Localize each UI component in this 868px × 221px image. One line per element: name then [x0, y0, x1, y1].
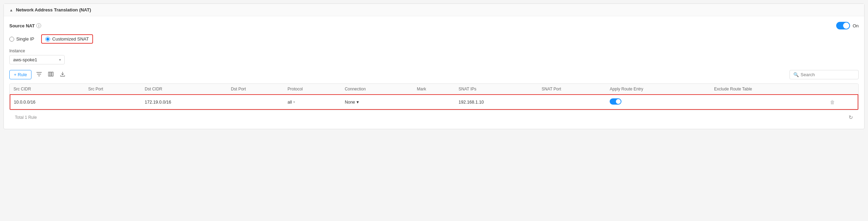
radio-group: Single IP Customized SNAT — [9, 34, 859, 44]
svg-rect-0 — [48, 72, 50, 76]
radio-customized-snat-input[interactable] — [45, 37, 50, 42]
cell-src-cidr: 10.0.0.0/16 — [10, 95, 85, 109]
source-nat-label: Source NAT i — [9, 23, 41, 28]
toolbar: + Rule — [9, 70, 859, 79]
instance-dropdown[interactable]: aws-spoke1 ▾ — [9, 55, 65, 64]
rules-table-wrapper: Src CIDR Src Port Dst CIDR Dst Port Prot… — [9, 83, 859, 110]
table-row: 10.0.0.0/16 172.19.0.0/16 all ▾ — [10, 95, 858, 109]
col-exclude-route-table: Exclude Route Table — [711, 84, 827, 95]
total-rules-label: Total 1 Rule — [15, 115, 37, 120]
connection-caret: ▾ — [357, 99, 359, 105]
search-box[interactable]: 🔍 — [789, 70, 859, 79]
delete-row-icon[interactable]: 🗑 — [830, 99, 835, 105]
col-src-cidr: Src CIDR — [10, 84, 85, 95]
toolbar-left: + Rule — [9, 70, 67, 79]
nat-panel: ▲ Network Address Translation (NAT) Sour… — [3, 3, 865, 129]
col-src-port: Src Port — [85, 84, 141, 95]
cell-delete: 🗑 — [827, 95, 858, 109]
cell-src-port — [85, 95, 141, 109]
rules-table: Src CIDR Src Port Dst CIDR Dst Port Prot… — [10, 84, 858, 110]
source-nat-toggle[interactable] — [836, 22, 850, 29]
col-snat-port: SNAT Port — [538, 84, 606, 95]
radio-single-ip-input[interactable] — [9, 37, 14, 42]
cell-exclude-route-table — [711, 95, 827, 109]
add-rule-button[interactable]: + Rule — [9, 70, 31, 79]
col-dst-port: Dst Port — [228, 84, 284, 95]
instance-value: aws-spoke1 — [13, 57, 37, 62]
col-snat-ips: SNAT IPs — [455, 84, 538, 95]
panel-title: Network Address Translation (NAT) — [16, 7, 91, 12]
radio-single-ip-label: Single IP — [16, 36, 34, 42]
instance-dropdown-chevron: ▾ — [59, 58, 61, 62]
protocol-select[interactable]: all ▾ — [287, 100, 338, 105]
col-protocol: Protocol — [284, 84, 341, 95]
connection-select[interactable]: None ▾ — [345, 99, 410, 105]
panel-header: ▲ Network Address Translation (NAT) — [4, 4, 864, 16]
footer-row: Total 1 Rule ↻ — [9, 110, 859, 123]
search-icon: 🔍 — [793, 72, 799, 77]
instance-label: Instance — [9, 48, 859, 53]
cell-dst-port — [228, 95, 284, 109]
source-nat-row: Source NAT i On — [9, 22, 859, 29]
radio-customized-snat-label: Customized SNAT — [52, 36, 89, 42]
table-header-row: Src CIDR Src Port Dst CIDR Dst Port Prot… — [10, 84, 858, 95]
cell-protocol: all ▾ — [284, 95, 341, 109]
refresh-icon[interactable]: ↻ — [849, 114, 853, 121]
instance-section: Instance aws-spoke1 ▾ — [9, 48, 859, 64]
protocol-value: all — [287, 100, 292, 105]
toggle-on-label: On — [853, 23, 859, 28]
radio-single-ip[interactable]: Single IP — [9, 36, 34, 42]
toggle-container: On — [836, 22, 859, 29]
col-mark: Mark — [413, 84, 455, 95]
filter-icon[interactable] — [35, 70, 43, 79]
col-apply-route-entry: Apply Route Entry — [606, 84, 711, 95]
download-icon[interactable] — [58, 70, 67, 79]
cell-connection: None ▾ — [341, 95, 414, 109]
columns-icon[interactable] — [47, 70, 55, 79]
connection-value: None — [345, 100, 355, 105]
svg-rect-1 — [50, 72, 52, 76]
protocol-caret: ▾ — [293, 100, 295, 104]
svg-rect-2 — [52, 72, 53, 76]
cell-snat-port — [538, 95, 606, 109]
cell-snat-ips: 192.168.1.10 — [455, 95, 538, 109]
source-nat-text: Source NAT — [9, 23, 35, 28]
col-dst-cidr: Dst CIDR — [141, 84, 228, 95]
col-connection: Connection — [341, 84, 414, 95]
search-input[interactable] — [801, 72, 855, 77]
cell-apply-route-entry — [606, 95, 711, 109]
cell-dst-cidr: 172.19.0.0/16 — [141, 95, 228, 109]
radio-customized-snat[interactable]: Customized SNAT — [41, 34, 93, 44]
collapse-icon[interactable]: ▲ — [9, 8, 13, 12]
apply-route-entry-toggle[interactable] — [610, 98, 621, 105]
cell-mark — [413, 95, 455, 109]
source-nat-info-icon[interactable]: i — [36, 23, 41, 28]
panel-body: Source NAT i On Single IP Customized SNA… — [4, 16, 864, 129]
col-actions — [827, 84, 858, 95]
